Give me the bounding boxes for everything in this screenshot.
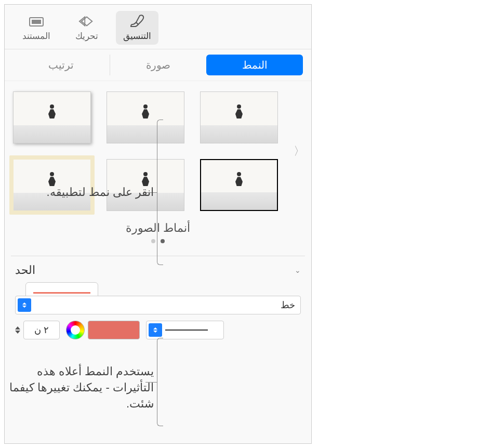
- border-preview-line: [33, 292, 90, 294]
- svg-rect-1: [32, 20, 41, 24]
- callout-effects: يستخدم النمط أعلاه هذه التأثيرات - يمكنك…: [8, 364, 154, 412]
- stepper-up-icon[interactable]: [15, 326, 20, 330]
- style-thumb-shadow[interactable]: [13, 91, 91, 143]
- border-disclosure-chevron-icon[interactable]: ⌄: [295, 266, 301, 274]
- style-thumb-2[interactable]: [107, 91, 184, 143]
- document-tab-label: المستند: [22, 31, 50, 42]
- style-thumb-plain[interactable]: [200, 91, 278, 143]
- select-caret-icon: [18, 298, 31, 312]
- animate-tab-label: تحريك: [75, 31, 98, 42]
- sub-tabs: ترتيب صورة النمط: [5, 49, 311, 81]
- format-brush-icon: [129, 14, 145, 29]
- tab-arrange[interactable]: ترتيب: [13, 55, 110, 75]
- tab-style[interactable]: النمط: [206, 55, 303, 75]
- stepper-down-icon[interactable]: [15, 331, 20, 334]
- border-label: الحد: [15, 263, 35, 277]
- color-picker-button[interactable]: [66, 321, 85, 339]
- border-width-field[interactable]: ٢ ن: [23, 321, 60, 339]
- line-style-select[interactable]: [146, 321, 224, 339]
- border-type-value: خط: [281, 299, 295, 311]
- border-color-well[interactable]: [88, 321, 140, 339]
- line-style-preview: [165, 330, 208, 331]
- callout-bracket-2: [157, 338, 163, 426]
- page-dot-2[interactable]: [151, 239, 155, 243]
- document-icon: [28, 14, 45, 29]
- format-tab-label: التنسيق: [123, 31, 151, 42]
- border-width-stepper[interactable]: ٢ ن: [15, 321, 60, 339]
- styles-prev-chevron-icon[interactable]: 〈: [294, 143, 305, 159]
- style-thumb-black-border[interactable]: [200, 159, 278, 211]
- border-section: ⌄ الحد خط ٢ ن: [5, 263, 311, 350]
- callout-bracket-1: [157, 120, 163, 265]
- select-caret-icon: [149, 323, 162, 337]
- format-tab-button[interactable]: التنسيق: [116, 11, 158, 45]
- document-tab-button[interactable]: المستند: [15, 11, 58, 45]
- border-width-value: ٢ ن: [34, 324, 49, 336]
- main-toolbar: المستند تحريك التنسيق: [5, 5, 311, 49]
- tab-image[interactable]: صورة: [110, 55, 207, 75]
- border-type-select[interactable]: خط: [15, 296, 301, 314]
- callout-style-click: انقر على نمط لتطبيقه.: [8, 185, 154, 201]
- animate-icon: [78, 14, 95, 29]
- animate-tab-button[interactable]: تحريك: [68, 11, 105, 45]
